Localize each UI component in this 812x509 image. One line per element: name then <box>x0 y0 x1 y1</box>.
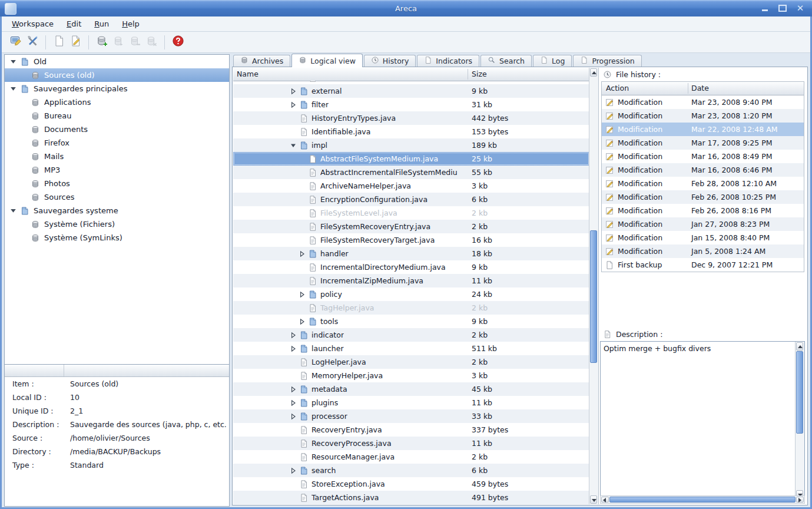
tree-item-sources-old-[interactable]: Sources (old) <box>5 68 229 82</box>
history-row[interactable]: ModificationMar 16, 2008 8:49 PM <box>602 150 804 163</box>
history-row[interactable]: ModificationMar 23, 2008 9:40 PM <box>602 95 804 109</box>
help-button[interactable] <box>170 34 186 50</box>
scroll-left-button[interactable] <box>601 497 609 503</box>
table-row[interactable]: IncrementalDirectoryMedium.java9 kb <box>233 260 589 274</box>
tree-item-old[interactable]: Old <box>5 55 229 68</box>
table-row[interactable]: plugins11 kb <box>233 396 589 409</box>
table-row[interactable]: processor33 kb <box>233 409 589 423</box>
table-row[interactable]: MemoryHelper.java3 kb <box>233 369 589 382</box>
history-row[interactable]: ModificationFeb 28, 2008 12:10 AM <box>602 177 804 190</box>
close-button[interactable]: ✕ <box>794 3 806 14</box>
table-row[interactable]: FileSystemRecoveryEntry.java2 kb <box>233 220 589 233</box>
column-header-action[interactable]: Action <box>606 84 629 92</box>
table-row[interactable]: ArchiveNameHelper.java3 kb <box>233 179 589 193</box>
tab-progression[interactable]: Progression <box>573 55 641 67</box>
menu-item-workspace[interactable]: Workspace <box>5 18 60 30</box>
tree-item-mp3[interactable]: MP3 <box>5 163 229 177</box>
table-row[interactable]: metadata45 kb <box>233 382 589 396</box>
table-row[interactable]: LogHelper.java2 kb <box>233 355 589 369</box>
table-row[interactable]: TagHelper.java2 kb <box>233 301 589 315</box>
right-panel-hscrollbar[interactable] <box>600 495 805 504</box>
tree-item-sauvegardes-principales[interactable]: Sauvegardes principales <box>5 82 229 95</box>
column-header-size[interactable]: Size <box>472 70 487 78</box>
tab-logical-view[interactable]: Logical view <box>291 54 363 67</box>
tree-item-sauvegardes-systeme[interactable]: Sauvegardes systeme <box>5 204 229 217</box>
new-document-button[interactable] <box>51 34 67 50</box>
history-row[interactable]: ModificationFeb 26, 2008 8:16 PM <box>602 204 804 217</box>
table-row[interactable]: launcher511 kb <box>233 342 589 355</box>
tree-item-bureau[interactable]: Bureau <box>5 109 229 123</box>
history-row[interactable]: ModificationMar 22, 2008 12:48 AM <box>602 123 804 136</box>
table-row[interactable]: impl189 kb <box>233 138 589 152</box>
table-row[interactable]: Identifiable.java153 bytes <box>233 125 589 138</box>
tab-search[interactable]: Search <box>480 55 532 67</box>
history-row[interactable]: ModificationJan 15, 2008 8:40 PM <box>602 231 804 244</box>
tree-item-applications[interactable]: Applications <box>5 95 229 109</box>
column-header-name[interactable]: Name <box>237 70 258 78</box>
column-divider[interactable] <box>688 83 688 94</box>
tab-history[interactable]: History <box>364 55 416 67</box>
table-row[interactable]: RecoveryProcess.java11 kb <box>233 437 589 450</box>
history-row[interactable]: ModificationMar 23, 2008 1:20 PM <box>602 109 804 123</box>
menu-item-edit[interactable]: Edit <box>60 18 88 30</box>
scroll-up-button[interactable] <box>796 342 803 351</box>
history-row[interactable]: ModificationJan 27, 2008 8:23 PM <box>602 217 804 231</box>
maximize-button[interactable] <box>777 3 788 14</box>
new-target-button[interactable] <box>94 34 110 50</box>
table-row[interactable]: AbstractFileSystemMedium.java25 kb <box>233 152 589 166</box>
edit-document-button[interactable] <box>67 34 84 50</box>
scroll-down-button[interactable] <box>590 495 597 504</box>
tree-item-syst-me-fichiers-[interactable]: Système (Fichiers) <box>5 217 229 231</box>
minimize-button[interactable] <box>759 3 771 14</box>
table-row[interactable]: search6 kb <box>233 464 589 477</box>
table-row[interactable]: tools9 kb <box>233 315 589 328</box>
table-row[interactable]: AbstractIncrementalFileSystemMediu55 kb <box>233 166 589 179</box>
menu-item-help[interactable]: Help <box>115 18 146 30</box>
table-row[interactable]: policy24 kb <box>233 287 589 301</box>
scroll-thumb[interactable] <box>796 351 803 434</box>
table-row[interactable]: FileSystemRecoveryTarget.java16 kb <box>233 233 589 247</box>
tree-item-photos[interactable]: Photos <box>5 177 229 190</box>
table-row[interactable]: indicator2 kb <box>233 328 589 342</box>
table-row[interactable]: handler18 kb <box>233 247 589 260</box>
column-header-date[interactable]: Date <box>691 84 709 92</box>
tree-item-firefox[interactable]: Firefox <box>5 136 229 150</box>
tab-log[interactable]: Log <box>533 55 572 67</box>
table-row[interactable]: HistoryEntryTypes.java442 bytes <box>233 111 589 125</box>
scroll-up-button[interactable] <box>590 68 597 77</box>
file-table-vscrollbar[interactable] <box>589 68 598 504</box>
arrow-spacer <box>299 277 306 285</box>
menu-item-run[interactable]: Run <box>88 18 115 30</box>
table-row[interactable]: filter31 kb <box>233 98 589 111</box>
description-vscrollbar[interactable] <box>795 342 804 499</box>
table-row[interactable]: TargetActions.java491 bytes <box>233 491 589 504</box>
file-size: 11 kb <box>472 439 492 448</box>
scroll-thumb[interactable] <box>590 230 597 363</box>
scroll-thumb[interactable] <box>609 497 796 503</box>
history-row[interactable]: ModificationJan 5, 2008 1:24 AM <box>602 244 804 258</box>
tree-item-mails[interactable]: Mails <box>5 150 229 163</box>
table-row[interactable]: ResourceManager.java2 kb <box>233 450 589 464</box>
table-row[interactable]: EncryptionConfiguration.java6 kb <box>233 193 589 206</box>
history-row[interactable]: ModificationFeb 26, 2008 10:25 PM <box>602 190 804 204</box>
backup-target-button <box>110 34 127 50</box>
preferences-button[interactable] <box>24 34 41 50</box>
table-row[interactable]: RecoveryEntry.java337 bytes <box>233 423 589 437</box>
description-textarea[interactable]: Optim merge + bugfix divers <box>600 341 805 500</box>
tree-item-syst-me-symlinks-[interactable]: Système (SymLinks) <box>5 231 229 244</box>
table-row[interactable]: FileSystemLevel.java2 kb <box>233 206 589 220</box>
history-row[interactable]: ModificationMar 16, 2008 6:46 PM <box>602 163 804 177</box>
tab-archives[interactable]: Archives <box>233 55 290 67</box>
history-row[interactable]: ModificationMar 17, 2008 9:25 PM <box>602 136 804 150</box>
column-divider[interactable] <box>468 69 468 80</box>
table-row[interactable]: StoreException.java459 bytes <box>233 477 589 491</box>
details-label: Item : <box>5 379 70 388</box>
history-row[interactable]: First backupDec 9, 2007 12:21 PM <box>602 258 804 272</box>
tab-indicators[interactable]: Indicators <box>417 55 479 67</box>
tree-item-documents[interactable]: Documents <box>5 123 229 136</box>
table-row[interactable]: IncrementalZipMedium.java11 kb <box>233 274 589 287</box>
table-row[interactable]: external9 kb <box>233 84 589 98</box>
open-workspace-button[interactable] <box>8 34 24 50</box>
tree-item-sources[interactable]: Sources <box>5 190 229 204</box>
scroll-right-button[interactable] <box>796 497 804 503</box>
